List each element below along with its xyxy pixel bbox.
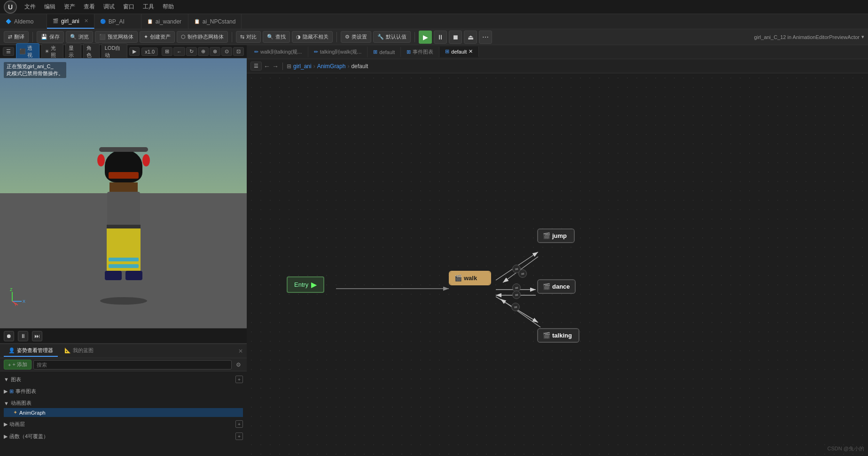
default2-close-btn[interactable]: ✕ [469,48,473,55]
tab-aidemo[interactable]: 🔷 AIdemo [0,14,47,29]
menu-file[interactable]: 文件 [21,1,39,13]
panel-content: ▼ 图表 + ▶ ⊞ 事件图表 ▼ [0,371,247,456]
transition-jump-walk[interactable]: ⇄ [518,269,527,278]
jump-state-node[interactable]: 🎬 jump [537,228,575,243]
menu-help[interactable]: 帮助 [159,1,178,13]
walk-state-node[interactable]: 100% 激活43.944秒 🎬 walk [449,271,491,285]
add-pose-button[interactable]: + + 添加 [4,360,31,370]
stop-button[interactable]: ⏹ [449,31,462,44]
default-values-button[interactable]: 🔧 默认认值 [373,31,411,43]
type-settings-button[interactable]: ⚙ 类设置 [341,31,371,43]
panel-settings-button[interactable]: ⚙ [234,360,243,370]
pose-search-input[interactable] [33,360,232,370]
event-graph-header[interactable]: ▶ ⊞ 事件图表 [4,386,243,396]
rotate-icon[interactable]: ↻ [186,47,197,56]
transform-select-icon[interactable]: ⊞ [162,47,172,56]
axis-indicator: X Z Y [8,287,26,307]
event-chart-tab[interactable]: ⊞ 事件图表 [401,47,439,57]
graph-editor-panel: ✏ walk到talking(规... ✏ talking到walk(规... … [247,45,868,456]
menu-debug[interactable]: 调试 [100,1,118,13]
dance-state-node[interactable]: 🎬 dance [537,279,576,294]
my-blueprint-tab[interactable]: 📐 我的蓝图 [60,345,98,357]
entry-node[interactable]: Entry ▶ [287,276,324,293]
tab-ai-npcstand[interactable]: 📋 ai_NPCstand [188,14,242,29]
transition-dance-walk[interactable]: ⇄ [512,291,521,299]
eject-button[interactable]: ⏏ [464,31,477,44]
anim-layer-expand-icon: ▶ [4,421,8,427]
bottom-panel-close-btn[interactable]: ✕ [238,348,243,354]
menu-tools[interactable]: 工具 [139,1,158,13]
breadcrumb-item-animgraph[interactable]: AnimGraph [317,63,346,70]
preview-dropdown-icon[interactable]: ▾ [861,34,864,40]
variables-header[interactable]: ▶ 函数（4可覆盖） + [4,431,243,441]
compare-button[interactable]: ⇆ 对比 [236,31,261,43]
tab-ai-wander[interactable]: 📋 ai_wander [141,14,188,29]
anim-layer-section: ▶ 动画层 + [0,418,247,430]
make-static-mesh-button[interactable]: ⬡ 制作静态网格体 [177,31,228,43]
hide-unrelated-button[interactable]: ◑ 隐藏不相关 [292,31,333,43]
talking-to-walk-tab[interactable]: ✏ talking到walk(规... [308,47,368,57]
tab-bp-ai-icon: 🔵 [100,19,106,24]
variables-add-btn[interactable]: + [235,432,243,440]
more-options-button[interactable]: ⋯ [479,31,492,44]
default2-icon: ⊞ [445,48,449,55]
lod-btn[interactable]: LOD自动 [102,43,127,60]
graph-canvas[interactable]: Entry ▶ 100% 激活43.944秒 🎬 walk 🎬 [247,73,868,456]
grid-snap-icon[interactable]: ⊙ [221,47,232,56]
preview-mesh-button[interactable]: ⬛ 预览网格体 [95,31,138,43]
graph-section-add-btn[interactable]: + [235,376,243,383]
breadcrumb-back-btn[interactable]: ← [264,63,270,70]
tab-girl-ani-close[interactable]: ✕ [84,18,88,24]
vp-speed-btn[interactable]: x1.0 [141,47,158,56]
camera-settings-icon[interactable]: ⊡ [233,47,244,56]
blueprint-icon: 📐 [64,347,71,354]
talking-state-node[interactable]: 🎬 talking [537,328,579,343]
translate-button[interactable]: ⇄ 翻译 [4,31,29,43]
camera-btn[interactable]: 角色 [83,43,99,60]
breadcrumb-forward-btn[interactable]: → [272,63,279,70]
save-button[interactable]: 💾 保存 [37,31,64,43]
tab-girl-ani-icon: 🎬 [53,18,58,24]
scale-icon[interactable]: ⊕ [198,47,209,56]
svg-text:X: X [23,299,25,304]
record-button[interactable]: ⏺ [4,331,14,341]
breadcrumb-item-girlanim[interactable]: girl_ani [293,63,312,70]
move-icon[interactable]: ← [173,47,185,56]
browse-button[interactable]: 🔍 浏览 [66,31,93,43]
vp-play-btn[interactable]: ▶ [129,47,140,56]
create-asset-button[interactable]: ✦ 创建资产 [140,31,175,43]
tab-bp-ai[interactable]: 🔵 BP_AI [94,14,141,29]
variables-expand-icon: ▶ [4,433,8,440]
pause-button[interactable]: ⏸ [434,31,447,44]
menu-asset[interactable]: 资产 [60,1,79,13]
lighting-btn[interactable]: ☀ 光照 [41,43,63,60]
menu-toggle-btn[interactable]: ☰ [3,47,14,56]
default1-tab[interactable]: ⊞ default [368,47,401,57]
bone-icon[interactable]: ⊗ [210,47,220,56]
show-btn[interactable]: 显示 [65,43,81,60]
3d-viewport[interactable]: 正在预览girl_ani_C_ 此模式已禁用骨骼操作。 X Z Y [0,58,247,328]
walk-to-talking-tab[interactable]: ✏ walk到talking(规... [249,47,308,57]
find-button[interactable]: 🔍 查找 [263,31,290,43]
menu-view[interactable]: 查看 [80,1,99,13]
anim-layer-add-btn[interactable]: + [235,420,243,428]
anim-graph-header[interactable]: ▼ 动画图表 [4,398,243,408]
breadcrumb-grid-icon: ⊞ [287,63,291,70]
default2-tab[interactable]: ⊞ default ✕ [439,47,479,57]
tab-ai-wander-icon: 📋 [147,19,153,24]
pose-manager-tab[interactable]: 👤 姿势查看管理器 [4,345,58,357]
viewport-bottom-controls: ⏺ ⏸ ⏭ [0,328,247,343]
anim-layer-header[interactable]: ▶ 动画层 + [4,419,243,429]
pause-playback-button[interactable]: ⏸ [18,331,28,341]
animgraph-item[interactable]: ✦ AnimGraph [4,408,243,417]
tab-girl-ani[interactable]: 🎬 girl_ani ✕ [47,14,94,29]
jump-node-label: jump [552,232,567,239]
menu-edit[interactable]: 编辑 [40,1,59,13]
breadcrumb-options-btn[interactable]: ☰ [250,62,262,71]
graph-section-header[interactable]: ▼ 图表 + [4,374,243,385]
menu-window[interactable]: 窗口 [119,1,138,13]
transition-walk-talking[interactable]: ⇄ [511,303,520,311]
forward-playback-button[interactable]: ⏭ [32,331,42,341]
perspective-btn[interactable]: ⬛ 透视 [16,43,39,60]
play-button[interactable]: ▶ [419,31,432,44]
